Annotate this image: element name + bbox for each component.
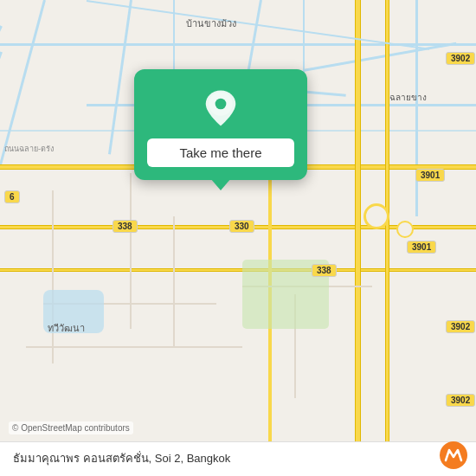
map-label-west: ทวีวัฒนา xyxy=(48,320,85,336)
moovit-logo[interactable] xyxy=(440,441,467,469)
map-container: 338 330 338 3901 3901 3902 3902 3902 6 บ… xyxy=(0,0,476,476)
road-label-330: 330 xyxy=(229,220,254,233)
road-vertical-2 xyxy=(385,0,389,476)
road-label-3901-top: 3901 xyxy=(415,169,445,182)
junction-east xyxy=(396,221,414,238)
road-label-3902-top: 3902 xyxy=(446,52,475,65)
canal-d3 xyxy=(303,42,457,72)
road-minor-2 xyxy=(26,346,242,348)
canal-v2 xyxy=(415,0,418,216)
moovit-icon xyxy=(440,441,467,469)
road-minor-5 xyxy=(130,173,132,329)
road-label-3901-mid: 3901 xyxy=(407,241,436,254)
road-vertical-1 xyxy=(355,0,361,476)
road-label-338-left: 338 xyxy=(113,220,138,233)
bottom-bar: ธัมมาคุณาพร คอนสตรัคชั่น, Soi 2, Bangkok xyxy=(0,441,476,476)
map-label-east: ฉลายขาง xyxy=(389,91,427,104)
road-label-6: 6 xyxy=(4,190,20,203)
junction-northeast xyxy=(363,203,389,229)
road-minor-4 xyxy=(52,190,54,363)
copyright-text: © OpenStreetMap contributors xyxy=(9,421,133,434)
road-label-3902-mid: 3902 xyxy=(446,320,475,333)
take-me-there-button[interactable]: Take me there xyxy=(147,138,294,167)
popup-card: Take me there xyxy=(134,69,307,180)
road-label-3902-bot: 3902 xyxy=(446,394,475,407)
location-pin-icon xyxy=(199,87,242,130)
road-label-338-right: 338 xyxy=(312,264,337,277)
map-label-north: บ้านขางม้วง xyxy=(186,16,236,31)
location-text: ธัมมาคุณาพร คอนสตรัคชั่น, Soi 2, Bangkok xyxy=(13,449,463,467)
svg-point-1 xyxy=(215,99,227,110)
popup-arrow xyxy=(210,178,231,190)
road-minor-6 xyxy=(173,216,175,346)
road-horizontal-3 xyxy=(0,268,476,272)
map-label-small: ถนนฉลาย-ตรัง xyxy=(4,143,54,155)
